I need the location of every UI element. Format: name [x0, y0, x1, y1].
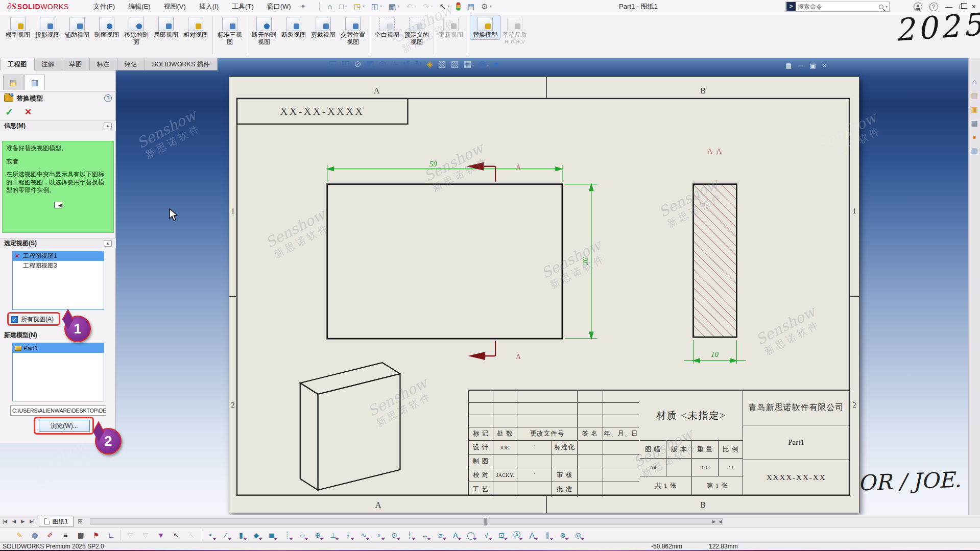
redo-icon[interactable]: ↷	[423, 3, 433, 10]
ribbon-alternate-position-view[interactable]: 交替位置视图	[338, 15, 368, 46]
filter-solid-bodies-icon[interactable]: ◼	[266, 529, 278, 541]
home-icon[interactable]: ⌂	[328, 3, 332, 10]
doc-minimize-icon[interactable]: ─	[798, 62, 803, 69]
edit-appearance-icon[interactable]: ●	[493, 60, 498, 68]
ribbon-draft-quality[interactable]: 草稿品质 HLR/HLV	[500, 15, 530, 45]
filter-sketch-segments-icon[interactable]: ∿	[357, 529, 370, 541]
zoom-to-area-icon[interactable]: ◰	[341, 60, 349, 68]
filter-vertices-icon[interactable]: •	[204, 529, 217, 541]
ribbon-removed-section[interactable]: 移除的剖面	[122, 15, 151, 46]
select-cursor-icon[interactable]: ↖	[440, 3, 450, 10]
scroll-right-icon[interactable]: ▶	[712, 519, 715, 524]
ribbon-break-view[interactable]: 断裂视图	[279, 15, 308, 39]
search-icon[interactable]	[879, 5, 883, 9]
custom-properties-icon[interactable]: ▥	[971, 147, 977, 154]
open-icon[interactable]: ◳	[354, 3, 365, 10]
user-account-icon[interactable]	[914, 3, 922, 11]
filter-surface-finish-icon[interactable]: √	[480, 529, 492, 541]
solidworks-resources-icon[interactable]: ⌂	[972, 78, 976, 85]
isometric-view[interactable]	[300, 363, 400, 490]
doc-restore-icon[interactable]: ▣	[810, 62, 816, 69]
drawing-sheet[interactable]: A B A B 1 2 1 2 XX-XX-XXXX	[229, 77, 859, 513]
filter-toggle-icon[interactable]: ▽	[124, 529, 136, 541]
pan-icon[interactable]: ⊹	[391, 60, 398, 68]
undo-icon[interactable]: ↶	[406, 3, 416, 10]
view-orientation-icon[interactable]: ▧	[438, 60, 446, 68]
annotation-flag-icon[interactable]: ⚑	[90, 529, 102, 541]
filter-coordinate-systems-icon[interactable]: ⊥	[327, 529, 339, 541]
magnified-selection-icon[interactable]: ◎	[378, 60, 386, 68]
pane-splitter[interactable]	[484, 518, 487, 525]
dimension-height-text[interactable]: 36	[581, 257, 589, 265]
front-view[interactable]	[327, 184, 562, 339]
filter-midpoints-icon[interactable]: ∘	[373, 529, 385, 541]
filter-dimensions-icon[interactable]: ↔	[419, 529, 431, 541]
filter-hole-callouts-icon[interactable]: ⌀	[434, 529, 446, 541]
horizontal-scrollbar[interactable]: ▶ ◀	[90, 518, 723, 525]
display-style-icon[interactable]: ▨	[450, 60, 459, 68]
filter-notes-icon[interactable]: A	[449, 529, 462, 541]
ribbon-relative-view[interactable]: 相对视图	[181, 15, 210, 39]
doc-number-text[interactable]: XX-XX-XXXX	[280, 105, 364, 117]
print-icon[interactable]: ▦	[389, 3, 399, 10]
lasso-select-icon[interactable]: ↖	[185, 529, 198, 541]
filter-geometric-tolerance-icon[interactable]: ⊡	[495, 529, 508, 541]
tab-dimension[interactable]: 标注	[90, 58, 117, 70]
list-item-drawing-view-1[interactable]: ✕ 工程图视图1	[13, 251, 104, 261]
zoom-to-selection-icon[interactable]: ◩	[366, 60, 374, 68]
last-sheet-icon[interactable]: ▶|	[27, 519, 37, 524]
filter-center-marks-icon[interactable]: ⊙	[388, 529, 400, 541]
pm-help-icon[interactable]: ?	[104, 94, 112, 102]
select-tool-icon[interactable]: ↖	[170, 529, 182, 541]
search-dropdown-icon[interactable]: ▾	[886, 5, 888, 9]
dimension-width[interactable]	[327, 165, 562, 182]
zoom-to-fit-icon[interactable]: ◱	[328, 60, 337, 68]
design-library-icon[interactable]: ▤	[971, 92, 977, 99]
prev-sheet-icon[interactable]: ◀	[10, 519, 18, 524]
ribbon-crop-view[interactable]: 剪裁视图	[308, 15, 338, 39]
property-manager-tab[interactable]: ▥	[25, 75, 45, 90]
filter-dowel-symbols-icon[interactable]: ◎	[572, 529, 584, 541]
view-palette-icon[interactable]: ▦	[971, 119, 977, 127]
pin-menu-icon[interactable]: ✦	[300, 3, 306, 10]
pm-cancel-icon[interactable]: ✕	[25, 107, 32, 117]
filter-datum-targets-icon[interactable]: ⊗	[557, 529, 569, 541]
tab-annotation[interactable]: 注解	[35, 58, 62, 70]
file-explorer-icon[interactable]: ▣	[971, 106, 977, 113]
section-view[interactable]	[694, 184, 737, 338]
list-item-part1[interactable]: Part1	[13, 343, 104, 353]
filter-origins-icon[interactable]: ⊕	[312, 529, 324, 541]
selected-views-list[interactable]: ✕ 工程图视图1 工程图视图3	[12, 251, 104, 310]
format-painter-icon[interactable]: ✐	[44, 529, 56, 541]
rotate-view-icon[interactable]: ↻	[415, 60, 422, 68]
pm-ok-icon[interactable]: ✓	[5, 106, 13, 118]
zoom-in-out-icon[interactable]: ⊘	[354, 60, 361, 68]
filter-surface-bodies-icon[interactable]: ◆	[250, 529, 262, 541]
ribbon-predefined-view[interactable]: 预定义的视图	[402, 15, 432, 46]
save-icon[interactable]: ◫	[371, 3, 382, 10]
scroll-left-icon[interactable]: ◀	[719, 519, 722, 524]
graphics-area[interactable]: ◱◰⊘◩◎⊹↺↻◈▧▨▦◉● ▦ ─ ▣ × ✓ ✕	[0, 58, 968, 515]
tab-evaluate[interactable]: 评估	[117, 58, 145, 70]
options-gear-icon[interactable]: ⚙	[481, 3, 491, 10]
ribbon-empty-view[interactable]: 空白视图	[372, 15, 402, 39]
tile-windows-icon[interactable]: ▦	[785, 62, 792, 69]
menu-edit[interactable]: 编辑(E)	[128, 2, 150, 11]
next-sheet-icon[interactable]: ▶	[18, 519, 27, 524]
collapse-chevron-icon[interactable]: ▲	[104, 123, 112, 129]
filter-faces-icon[interactable]: ▮	[235, 529, 247, 541]
appearances-icon[interactable]: ●	[972, 133, 976, 140]
tab-sketch[interactable]: 草图	[62, 58, 90, 70]
angle-snap-icon[interactable]: ∟	[105, 529, 117, 541]
new-model-list[interactable]: Part1	[12, 343, 104, 401]
ribbon-standard-3-view[interactable]: 标准三视图	[215, 15, 245, 46]
filter-cosmetic-threads-icon[interactable]: ∥	[541, 529, 554, 541]
ribbon-section-view[interactable]: 剖面视图	[92, 15, 122, 39]
view-settings-icon[interactable]: ▦	[463, 60, 474, 68]
ribbon-replace-model[interactable]: 替换模型	[470, 15, 500, 39]
first-sheet-icon[interactable]: |◀	[0, 519, 10, 524]
ribbon-detail-view[interactable]: 局部视图	[151, 15, 181, 39]
dimension-thickness-text[interactable]: 10	[711, 350, 719, 358]
apply-filters-icon[interactable]: ▼	[155, 529, 167, 541]
feature-tree-tab[interactable]: ▤	[3, 75, 23, 90]
